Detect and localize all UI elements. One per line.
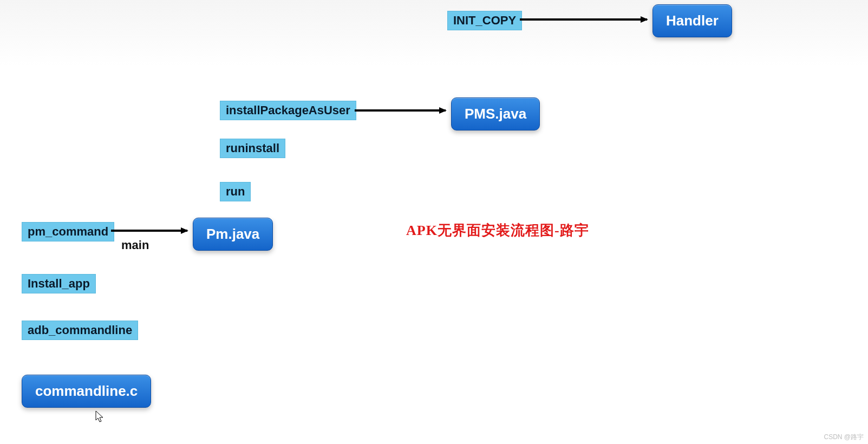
chip-adb-commandline: adb_commandline bbox=[22, 321, 138, 340]
chip-install-app: Install_app bbox=[22, 274, 96, 293]
node-pm-java: Pm.java bbox=[193, 218, 273, 251]
chip-init-copy: INIT_COPY bbox=[447, 11, 522, 30]
diagram-caption: APK无界面安装流程图-路宇 bbox=[406, 221, 589, 240]
edge-label-main: main bbox=[121, 238, 149, 252]
chip-run: run bbox=[220, 182, 251, 201]
node-commandline-c: commandline.c bbox=[22, 375, 151, 408]
mouse-cursor-icon bbox=[95, 410, 105, 423]
chip-pm-command: pm_command bbox=[22, 222, 114, 241]
node-pms-java: PMS.java bbox=[451, 97, 540, 130]
watermark: CSDN @路宇 bbox=[824, 433, 864, 442]
chip-runinstall: runinstall bbox=[220, 139, 285, 158]
node-handler: Handler bbox=[652, 4, 732, 37]
chip-install-package-as-user: installPackageAsUser bbox=[220, 101, 356, 120]
